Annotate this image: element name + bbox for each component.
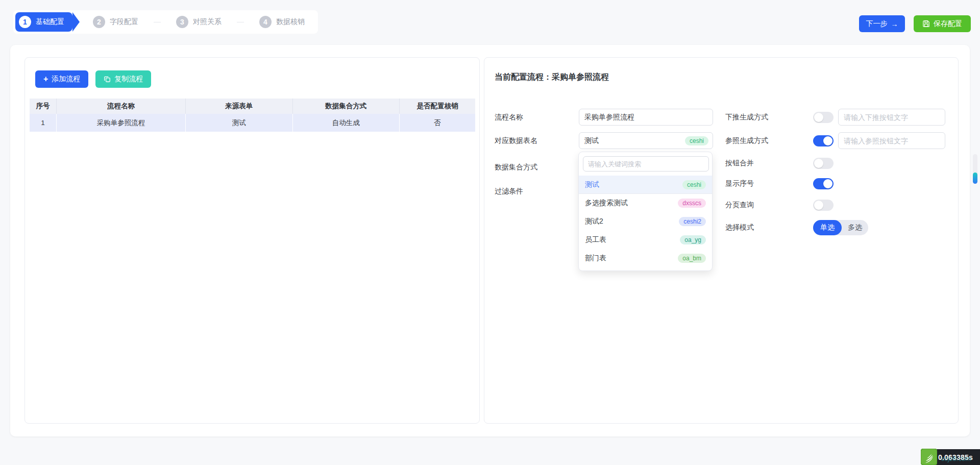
watermark-text: cojz8.com bbox=[941, 455, 971, 462]
dropdown-option-dxsscs[interactable]: 多选搜索测试 dxsscs bbox=[579, 194, 712, 212]
pagination-toggle[interactable] bbox=[813, 200, 834, 211]
merge-buttons-toggle[interactable] bbox=[813, 158, 834, 169]
next-step-button[interactable]: 下一步 → bbox=[859, 15, 905, 32]
save-icon bbox=[922, 20, 930, 28]
current-flow-title: 当前配置流程：采购单参照流程 bbox=[495, 72, 609, 83]
table-row[interactable]: 1 采购单参照流程 测试 自动生成 否 bbox=[30, 114, 475, 132]
dropdown-option-ceshi[interactable]: 测试 ceshi bbox=[579, 176, 712, 194]
col-header-collect: 数据集合方式 bbox=[292, 99, 400, 114]
add-flow-button[interactable]: + 添加流程 bbox=[35, 70, 88, 88]
cell-name: 采购单参照流程 bbox=[56, 114, 185, 132]
push-down-label: 下推生成方式 bbox=[725, 113, 768, 122]
dropdown-search-input[interactable] bbox=[583, 156, 709, 172]
select-mode-single[interactable]: 单选 bbox=[813, 220, 842, 235]
option-name: 多选搜索测试 bbox=[585, 199, 628, 208]
step-data-verify[interactable]: 4 数据核销 bbox=[259, 16, 305, 28]
cell-collect: 自动生成 bbox=[292, 114, 400, 132]
push-down-toggle[interactable] bbox=[813, 112, 834, 123]
dropdown-option-clipped[interactable]: 员工职务表 bbox=[579, 267, 712, 271]
select-mode-label: 选择模式 bbox=[725, 223, 754, 232]
page-scrollbar[interactable] bbox=[973, 154, 977, 184]
flow-list-panel: + 添加流程 复制流程 序号 流程名称 来源表单 数据集合方式 是否配置核销 bbox=[24, 57, 480, 424]
step-number-badge: 1 bbox=[19, 16, 31, 28]
dropdown-option-ceshi2[interactable]: 测试2 ceshi2 bbox=[579, 212, 712, 231]
select-mode-segmented: 单选 多选 bbox=[813, 220, 868, 235]
data-collect-label: 数据集合方式 bbox=[495, 163, 537, 172]
dropdown-option-oa-bm[interactable]: 部门表 oa_bm bbox=[579, 249, 712, 267]
merge-buttons-label: 按钮合并 bbox=[725, 159, 754, 168]
cell-index: 1 bbox=[30, 114, 56, 132]
scrollbar-thumb[interactable] bbox=[973, 173, 977, 184]
step-number-badge: 3 bbox=[176, 16, 188, 28]
process-name-label: 流程名称 bbox=[495, 113, 523, 122]
col-header-source: 来源表单 bbox=[186, 99, 293, 114]
show-index-label: 显示序号 bbox=[725, 179, 754, 188]
flow-table: 序号 流程名称 来源表单 数据集合方式 是否配置核销 1 采购单参照流程 测试 … bbox=[30, 99, 475, 132]
col-header-verify: 是否配置核销 bbox=[400, 99, 475, 114]
toggle-knob bbox=[823, 136, 832, 145]
step-separator bbox=[237, 22, 244, 22]
data-table-label: 对应数据表名 bbox=[495, 136, 537, 145]
cell-verify: 否 bbox=[400, 114, 475, 132]
copy-flow-label: 复制流程 bbox=[114, 75, 143, 84]
data-table-value: 测试 bbox=[584, 136, 599, 145]
toggle-knob bbox=[823, 179, 832, 188]
step-number-badge: 2 bbox=[93, 16, 105, 28]
step-wizard: 1 基础配置 2 字段配置 3 对照关系 4 数据核销 bbox=[13, 10, 318, 34]
option-tag: ceshi2 bbox=[679, 217, 706, 226]
profiler-flame-icon[interactable] bbox=[921, 449, 937, 465]
option-name: 部门表 bbox=[585, 254, 606, 263]
option-name: 测试 bbox=[585, 180, 599, 189]
option-tag: oa_bm bbox=[678, 254, 706, 263]
copy-flow-button[interactable]: 复制流程 bbox=[95, 70, 151, 88]
reference-toggle[interactable] bbox=[813, 135, 834, 146]
push-down-text-input[interactable] bbox=[838, 109, 945, 126]
option-name: 员工表 bbox=[585, 235, 606, 244]
step-label: 字段配置 bbox=[110, 17, 138, 27]
col-header-name: 流程名称 bbox=[56, 99, 185, 114]
option-tag: ceshi bbox=[682, 180, 706, 189]
step-label: 对照关系 bbox=[193, 17, 222, 27]
process-name-input[interactable] bbox=[579, 109, 713, 126]
col-header-index: 序号 bbox=[30, 99, 56, 114]
option-name: 测试2 bbox=[585, 217, 603, 226]
copy-icon bbox=[104, 76, 111, 83]
select-mode-multi[interactable]: 多选 bbox=[842, 223, 868, 232]
step-mapping[interactable]: 3 对照关系 bbox=[176, 16, 222, 28]
option-tag: oa_yg bbox=[680, 235, 706, 244]
reference-label: 参照生成方式 bbox=[725, 136, 768, 145]
plus-icon: + bbox=[43, 75, 48, 83]
flow-table-header-row: 序号 流程名称 来源表单 数据集合方式 是否配置核销 bbox=[30, 99, 475, 114]
pagination-label: 分页查询 bbox=[725, 201, 754, 210]
show-index-toggle[interactable] bbox=[813, 178, 834, 189]
flow-config-panel: 当前配置流程：采购单参照流程 流程名称 对应数据表名 测试 ceshi 数据集合… bbox=[484, 57, 959, 424]
dropdown-option-oa-yg[interactable]: 员工表 oa_yg bbox=[579, 231, 712, 249]
step-label: 基础配置 bbox=[36, 17, 64, 27]
cell-source: 测试 bbox=[186, 114, 293, 132]
arrow-right-icon: → bbox=[891, 20, 898, 28]
data-table-tag: ceshi bbox=[685, 136, 708, 145]
toggle-knob bbox=[814, 159, 823, 168]
data-table-input[interactable]: 测试 ceshi bbox=[579, 132, 713, 149]
step-field-config[interactable]: 2 字段配置 bbox=[93, 16, 138, 28]
option-tag: dxsscs bbox=[678, 199, 706, 208]
next-step-label: 下一步 bbox=[866, 19, 888, 29]
step-separator bbox=[154, 22, 161, 22]
toggle-knob bbox=[814, 201, 823, 210]
toggle-knob bbox=[814, 113, 823, 122]
step-label: 数据核销 bbox=[276, 17, 305, 27]
filter-label: 过滤条件 bbox=[495, 187, 523, 196]
save-config-button[interactable]: 保存配置 bbox=[914, 15, 971, 32]
reference-text-input[interactable] bbox=[838, 132, 945, 149]
data-table-dropdown: 测试 ceshi 多选搜索测试 dxsscs 测试2 ceshi2 员工表 oa… bbox=[578, 152, 713, 271]
add-flow-label: 添加流程 bbox=[52, 75, 80, 84]
save-config-label: 保存配置 bbox=[934, 19, 962, 29]
step-basic-config[interactable]: 1 基础配置 bbox=[15, 12, 72, 32]
step-number-badge: 4 bbox=[259, 16, 272, 28]
